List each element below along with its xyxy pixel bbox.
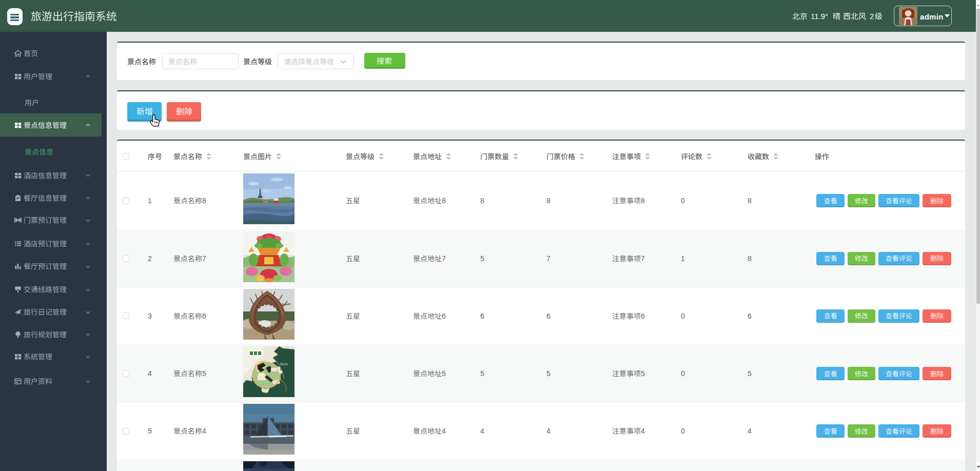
svg-text:6cm: 6cm — [280, 362, 288, 366]
